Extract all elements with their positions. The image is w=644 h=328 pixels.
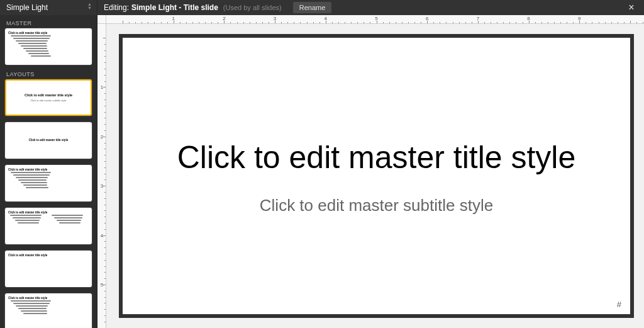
page-number-placeholder[interactable]: #: [617, 300, 621, 309]
slide[interactable]: Click to edit master title style Click t…: [123, 38, 630, 314]
editing-info: Editing: Simple Light - Title slide (Use…: [97, 2, 619, 13]
layouts-label: LAYOUTS: [6, 71, 92, 77]
thumb-body-cols: [6, 215, 91, 225]
editing-usage: (Used by all slides): [223, 4, 282, 11]
thumb-body-lines: [6, 35, 91, 57]
ruler-v-label: 4: [97, 232, 106, 238]
editing-prefix: Editing:: [104, 3, 129, 12]
side-panel[interactable]: MASTER Click to edit master title style …: [0, 15, 97, 328]
thumb-title: Click to edit master title style: [6, 166, 91, 172]
ruler-v-label: 2: [97, 133, 106, 139]
ruler-corner: [97, 15, 106, 24]
master-subtitle-placeholder[interactable]: Click to edit master subtitle style: [260, 196, 493, 215]
thumb-title: Click to edit master title style: [25, 139, 72, 142]
layout-thumb-title-only[interactable]: Click to edit master title style: [5, 251, 92, 287]
ruler-h-label: 5: [375, 16, 377, 21]
ruler-h-label: 7: [477, 16, 479, 21]
ruler-h-label: 2: [223, 16, 225, 21]
editing-layout-name: Simple Light - Title slide: [131, 3, 218, 12]
ruler-h-label: 8: [527, 16, 530, 21]
ruler-horizontal[interactable]: 123456789: [106, 15, 644, 24]
ruler-v-label: 1: [97, 84, 106, 90]
main: MASTER Click to edit master title style …: [0, 15, 644, 328]
thumb-body-lines: [6, 172, 91, 188]
theme-name: Simple Light: [6, 3, 48, 12]
layout-thumb-section-header[interactable]: Click to edit master title style: [5, 122, 92, 159]
layout-thumb-two-col[interactable]: Click to edit master title style: [5, 208, 92, 244]
ruler-vertical[interactable]: 12345: [97, 24, 106, 328]
ruler-h-label: 1: [172, 16, 174, 21]
chevrons-icon: ▲▼: [87, 3, 92, 10]
ruler-v-label: 3: [97, 183, 106, 189]
thumb-title: Click to edit master title style: [6, 252, 91, 257]
master-label: MASTER: [6, 20, 92, 26]
thumb-title: Click to edit master title style: [21, 93, 76, 97]
rename-button[interactable]: Rename: [293, 2, 332, 13]
ruler-h-label: 4: [325, 16, 327, 21]
topbar: Simple Light ▲▼ Editing: Simple Light - …: [0, 0, 644, 15]
layout-thumb-one-col[interactable]: Click to edit master title style: [5, 293, 92, 328]
thumb-title: Click to edit master title style: [6, 30, 91, 35]
ruler-h-label: 3: [274, 16, 276, 21]
canvas-area: 123456789 12345 Click to edit master tit…: [97, 15, 644, 328]
thumb-title: Click to edit master title style: [6, 209, 91, 215]
ruler-h-label: 9: [578, 16, 580, 21]
layout-thumb-title-body[interactable]: Click to edit master title style: [5, 165, 92, 201]
ruler-v-label: 5: [97, 281, 106, 287]
theme-dropdown[interactable]: Simple Light ▲▼: [0, 0, 97, 15]
slide-frame: Click to edit master title style Click t…: [119, 34, 634, 318]
close-button[interactable]: ×: [619, 2, 644, 13]
thumb-title: Click to edit master title style: [6, 295, 91, 300]
layout-thumb-title-slide[interactable]: Click to edit master title style Click t…: [5, 79, 92, 116]
thumb-subtitle: Click to edit master subtitle style: [30, 99, 66, 102]
ruler-h-label: 6: [426, 16, 428, 21]
master-title-placeholder[interactable]: Click to edit master title style: [152, 137, 601, 178]
thumb-body-lines: [6, 300, 91, 314]
master-thumb[interactable]: Click to edit master title style: [5, 28, 92, 65]
